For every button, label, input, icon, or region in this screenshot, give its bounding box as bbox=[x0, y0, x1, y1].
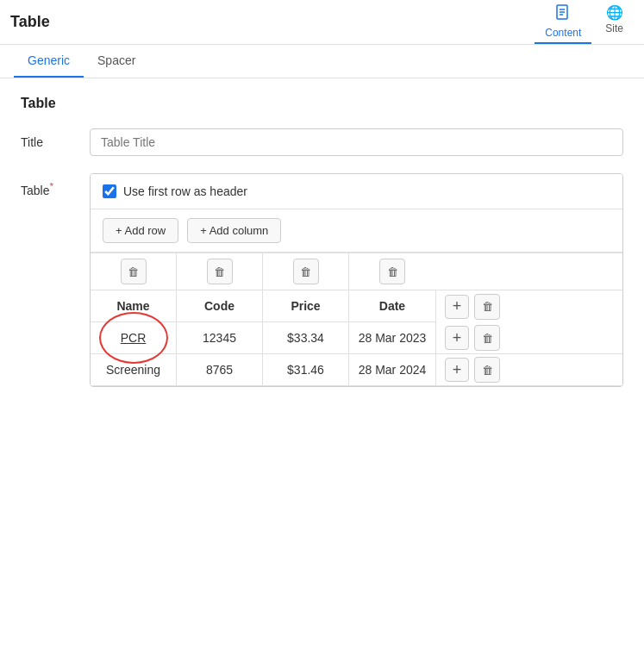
delete-col-2: 🗑 bbox=[177, 253, 263, 290]
main-content: Table Title Table* Use first row as head… bbox=[0, 78, 644, 421]
pcr-name-cell: PCR bbox=[91, 322, 177, 353]
content-icon bbox=[555, 4, 571, 25]
delete-screening-row-btn[interactable]: 🗑 bbox=[474, 357, 500, 383]
screening-row-actions: + 🗑 bbox=[436, 354, 509, 385]
delete-col-2-btn[interactable]: 🗑 bbox=[207, 259, 233, 284]
col-header-name: Name bbox=[91, 290, 177, 322]
delete-col-1-btn[interactable]: 🗑 bbox=[121, 259, 147, 284]
header-tabs: Content 🌐 Site bbox=[535, 1, 634, 44]
pcr-code-cell: 12345 bbox=[177, 322, 263, 353]
add-row-inline-btn[interactable]: + bbox=[445, 295, 469, 319]
delete-col-3-btn[interactable]: 🗑 bbox=[293, 259, 319, 284]
sub-tab-generic[interactable]: Generic bbox=[14, 45, 84, 78]
header: Table Content 🌐 Site bbox=[0, 0, 644, 45]
add-column-button[interactable]: + Add column bbox=[187, 218, 281, 243]
screening-name-cell: Screening bbox=[91, 354, 177, 385]
col-header-code: Code bbox=[177, 290, 263, 322]
add-row-button[interactable]: + Add row bbox=[103, 218, 178, 243]
title-label: Title bbox=[21, 128, 90, 149]
data-row-pcr: PCR 12345 $33.34 28 Mar 2023 + 🗑 bbox=[91, 322, 622, 354]
tab-site-label: Site bbox=[605, 22, 623, 34]
header-row: Name Code Price Date + 🗑 bbox=[91, 290, 622, 322]
delete-col-3: 🗑 bbox=[263, 253, 349, 290]
col-header-date: Date bbox=[349, 290, 435, 322]
delete-row-header-btn[interactable]: 🗑 bbox=[474, 294, 500, 320]
sub-tabs: Generic Spacer bbox=[0, 45, 644, 78]
first-row-header-checkbox[interactable] bbox=[103, 184, 116, 198]
add-row-after-screening-btn[interactable]: + bbox=[445, 358, 469, 382]
first-row-header-text: Use first row as header bbox=[123, 184, 247, 198]
add-row-after-pcr-btn[interactable]: + bbox=[445, 326, 469, 350]
delete-col-1: 🗑 bbox=[91, 253, 177, 290]
header-row-actions: + 🗑 bbox=[436, 290, 509, 322]
table-options: Use first row as header bbox=[91, 174, 622, 209]
sub-tab-spacer[interactable]: Spacer bbox=[84, 45, 149, 78]
table-row-field: Table* Use first row as header + Add row bbox=[21, 173, 623, 387]
site-icon: 🌐 bbox=[606, 4, 623, 21]
page-title: Table bbox=[10, 13, 50, 31]
pcr-date-cell: 28 Mar 2023 bbox=[349, 322, 435, 353]
title-row: Title bbox=[21, 128, 623, 156]
first-row-header-label[interactable]: Use first row as header bbox=[103, 184, 610, 198]
table-actions: + Add row + Add column bbox=[91, 209, 622, 253]
section-title: Table bbox=[21, 96, 623, 111]
delete-pcr-row-btn[interactable]: 🗑 bbox=[474, 325, 500, 351]
pcr-link[interactable]: PCR bbox=[121, 331, 147, 345]
title-input-wrapper bbox=[90, 128, 623, 156]
tab-site[interactable]: 🌐 Site bbox=[595, 1, 634, 44]
title-input[interactable] bbox=[90, 128, 623, 156]
pcr-price-cell: $33.34 bbox=[263, 322, 349, 353]
screening-price-cell: $31.46 bbox=[263, 354, 349, 385]
col-header-price: Price bbox=[263, 290, 349, 322]
screening-date-cell: 28 Mar 2024 bbox=[349, 354, 435, 385]
tab-content[interactable]: Content bbox=[535, 1, 591, 44]
delete-col-4: 🗑 bbox=[349, 253, 435, 290]
table-label: Table* bbox=[21, 173, 90, 197]
pcr-row-actions: + 🗑 bbox=[436, 322, 509, 353]
data-row-screening: Screening 8765 $31.46 28 Mar 2024 + 🗑 bbox=[91, 354, 622, 386]
delete-col-4-btn[interactable]: 🗑 bbox=[379, 259, 405, 284]
screening-code-cell: 8765 bbox=[177, 354, 263, 385]
table-editor: Use first row as header + Add row + Add … bbox=[90, 173, 623, 387]
tab-content-label: Content bbox=[545, 27, 581, 39]
